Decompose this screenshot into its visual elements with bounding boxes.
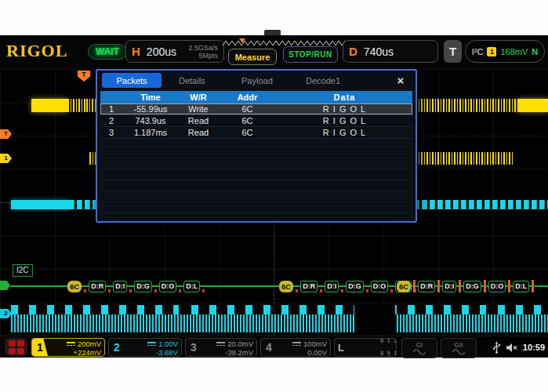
ch2-zoom-trace-dense [11,314,548,332]
screenshot-stage: RIGOL WAIT H 200us 2.5GSa/s 5Mpts Measur… [0,0,548,392]
col-time: Time [122,93,179,102]
data-byte-bubble: D:O [488,281,506,292]
close-icon[interactable]: × [394,73,408,87]
channel3-offset: -39.2mV [225,348,253,357]
address-bubble: 6C [279,281,293,292]
row-num: 2 [100,116,122,125]
tab-payload[interactable]: Payload [235,73,279,88]
nack-tick [413,280,416,292]
sine-icon [452,349,465,355]
sine-icon [413,349,426,355]
speaker-muted-icon[interactable] [506,343,517,353]
channel1-values: 200mV +224mV [48,339,104,356]
channel2-button[interactable]: 2 1.00V -3.68V [108,338,182,357]
digital-pod-button[interactable]: L 0 1 2 3 4 5 6 7 8 9 1011 12131415 [334,338,397,357]
horizontal-timebase-badge[interactable]: H 200us 2.5GSa/s 5Mpts [125,40,224,63]
address-bubble: 6C [397,281,411,292]
ch1-trace-idle [31,99,67,112]
nack-tick [459,280,461,292]
channel2-scale: 1.00V [158,339,178,348]
data-byte-bubble: D:G [463,281,481,292]
channel1-button[interactable]: 1 200mV +224mV [31,338,105,357]
data-byte-bubble: D:G [346,281,364,292]
row-addr: 6C [218,104,277,114]
usb-icon[interactable] [493,341,500,354]
ack-tick [390,289,393,292]
trace-gap [354,305,395,332]
ack-tick [296,289,298,292]
delay-value: 740us [364,45,394,58]
ch1-trace-idle-right [517,99,548,112]
channel3-number: 3 [186,339,201,356]
digital-row1: 0 1 2 3 4 5 6 7 [380,338,397,344]
tab-details[interactable]: Details [172,73,212,88]
table-body: 1 -55.99us Write 6C R I G O L 2 743.9us … [100,103,412,217]
data-byte-bubble: D:G [134,281,152,292]
channel4-offset: 0.00V [307,348,327,357]
clock: 10:59 [523,343,545,352]
row-time: -55.99us [122,104,179,114]
sample-rate: 2.5GSa/s [188,44,218,52]
run-status-badge: WAIT [88,44,127,60]
tab-packets[interactable]: Packets [102,73,161,88]
generator1-label: GI [416,342,423,349]
trigger-settings-badge[interactable]: I²C 1 168mV N [465,40,545,63]
decode-packet-group: 6C D:R D:I D:G D:O D:L [67,279,205,293]
trigger-level-value: 168mV [500,47,528,56]
data-byte-bubble: D:R [89,281,106,292]
channel2-values: 1.00V -3.68V [125,339,181,356]
dc-coupling-icon [67,341,75,347]
top-status-bar: RIGOL WAIT H 200us 2.5GSa/s 5Mpts Measur… [0,35,548,69]
data-byte-bubble: D:O [159,281,177,292]
channel3-values: 20.0mV -39.2mV [201,339,256,356]
channel4-button[interactable]: 4 100mV 0.00V [260,338,331,357]
bus-type-label[interactable]: I2C [13,264,33,277]
row-time: 743.9us [122,116,179,125]
row-num: 1 [100,104,122,114]
ack-tick [108,289,111,292]
nack-tick [437,280,440,292]
channel3-button[interactable]: 3 20.0mV -39.2mV [185,338,257,357]
acquisition-info: 2.5GSa/s 5Mpts [188,44,218,60]
digital-row2: 8 9 1011 12131415 [380,350,397,357]
nack-tick [484,280,486,292]
row-data: R I G O L [277,116,412,125]
generator2-button[interactable]: GII [441,338,477,358]
measure-button[interactable]: Measure [228,49,277,65]
ack-tick [366,289,368,292]
stop-run-button[interactable]: STOP/RUN [283,46,338,63]
digital-channel-numbers: 0 1 2 3 4 5 6 7 8 9 1011 12131415 [347,338,397,357]
data-byte-bubble: D:I [113,281,127,292]
ack-tick [202,289,205,292]
ack-tick [84,289,86,292]
col-wr: W/R [179,93,218,102]
menu-grid-icon [9,340,16,347]
tab-decode1[interactable]: Decode1 [299,73,347,88]
data-byte-bubble: D:O [371,281,389,292]
decode-packets-dialog: Packets Details Payload Decode1 × Time W… [96,69,417,223]
col-addr: Addr [218,93,277,102]
timebase-value: 200us [147,45,176,58]
row-data: R I G O L [277,104,412,114]
channel2-offset: -3.68V [156,348,178,357]
ch2-trace-idle [11,200,69,209]
trigger-menu-button[interactable]: T [444,40,462,63]
empty-rows [100,136,412,217]
horizontal-label: H [132,45,140,58]
trigger-position-icon [239,38,245,43]
channel4-values: 100mV 0.00V [277,339,330,356]
memory-depth: 5Mpts [198,52,218,60]
table-row[interactable]: 2 743.9us Read 6C R I G O L [100,115,412,127]
menu-grid-button[interactable] [5,338,27,356]
channel1-scale: 200mV [78,339,101,348]
delayed-timebase-badge[interactable]: D 740us [343,40,438,63]
channel2-number: 2 [109,339,125,356]
generator1-button[interactable]: GI [401,338,437,358]
channel3-scale: 20.0mV [227,339,253,348]
table-row[interactable]: 1 -55.99us Write 6C R I G O L [100,103,412,115]
generator2-label: GII [454,342,463,349]
rigol-logo: RIGOL [6,41,67,61]
data-byte-bubble: D:I [325,281,339,292]
channel1-offset: +224mV [73,348,101,357]
trigger-source-chip: 1 [487,47,496,56]
